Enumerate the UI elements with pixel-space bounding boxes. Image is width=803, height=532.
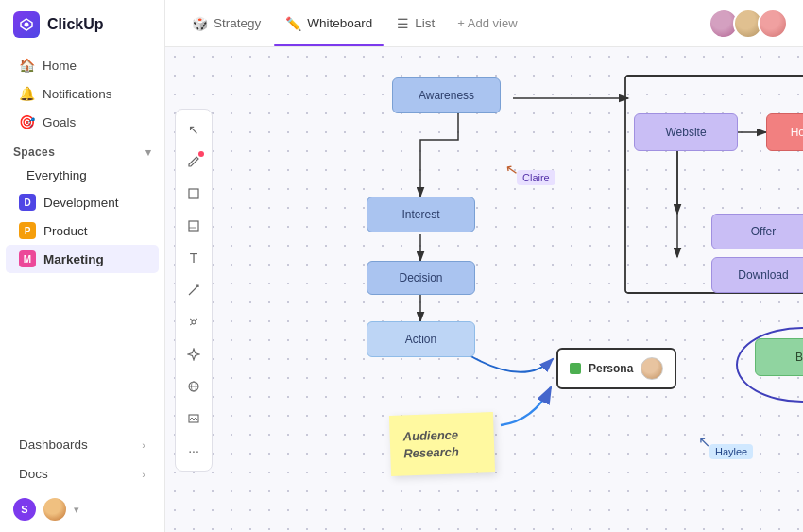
- node-persona[interactable]: Persona: [556, 348, 676, 389]
- canvas-toolbar: ↖ T: [175, 109, 213, 472]
- svg-line-5: [190, 319, 193, 321]
- image-tool-button[interactable]: [179, 404, 208, 433]
- svg-rect-2: [189, 221, 198, 231]
- globe-tool-button[interactable]: [179, 372, 208, 401]
- sidebar-item-dashboards[interactable]: Dashboards ›: [6, 430, 159, 459]
- svg-point-4: [192, 320, 196, 324]
- everything-label: Everything: [26, 168, 87, 182]
- whiteboard-tab-label: Whiteboard: [307, 16, 372, 30]
- spaces-label: Spaces: [13, 146, 55, 159]
- development-label: Development: [43, 196, 119, 210]
- node-awareness[interactable]: Awareness: [392, 77, 501, 113]
- sidebar-item-development[interactable]: D Development: [6, 188, 159, 216]
- sticky-note-audience[interactable]: AudienceResearch: [389, 412, 495, 476]
- cursor-claire-pointer: ↖: [504, 160, 519, 180]
- collaborator-avatars: [709, 9, 788, 39]
- svg-line-7: [190, 323, 193, 325]
- sidebar-item-notifications[interactable]: 🔔 Notifications: [6, 79, 159, 108]
- node-action[interactable]: Action: [367, 321, 475, 357]
- cursor-claire: Claire: [517, 170, 555, 185]
- sidebar-item-goals-label: Goals: [43, 115, 76, 129]
- node-download[interactable]: Download: [711, 257, 803, 293]
- pen-tool-button[interactable]: [179, 147, 208, 176]
- node-interest[interactable]: Interest: [367, 197, 475, 232]
- sidebar-bottom: Dashboards › Docs › S ▾: [0, 430, 164, 521]
- add-view-label: + Add view: [457, 16, 517, 30]
- whiteboard-icon: ✏️: [285, 16, 301, 31]
- sidebar-item-goals[interactable]: 🎯 Goals: [6, 108, 159, 136]
- app-logo-icon: [13, 11, 40, 38]
- tab-whiteboard[interactable]: ✏️ Whiteboard: [274, 9, 384, 39]
- cursor-haylee-pointer: ↖: [698, 433, 710, 451]
- list-tab-label: List: [415, 16, 435, 30]
- dashboards-label: Dashboards: [19, 438, 88, 452]
- bell-icon: 🔔: [19, 86, 34, 101]
- svg-line-6: [196, 319, 198, 321]
- sidebar-item-notifications-label: Notifications: [43, 87, 112, 101]
- select-tool-button[interactable]: ↖: [179, 115, 208, 144]
- cursor-haylee: Haylee: [709, 444, 753, 459]
- home-icon: 🏠: [19, 58, 34, 73]
- node-offer[interactable]: Offer: [711, 214, 803, 249]
- topbar: 🎲 Strategy ✏️ Whiteboard ☰ List + Add vi…: [165, 0, 803, 47]
- svg-rect-1: [189, 189, 198, 198]
- tab-list[interactable]: ☰ List: [385, 9, 446, 39]
- chevron-down-icon: ▾: [145, 146, 151, 159]
- tab-strategy[interactable]: 🎲 Strategy: [180, 9, 272, 39]
- text-tool-button[interactable]: T: [179, 244, 208, 272]
- main-area: 🎲 Strategy ✏️ Whiteboard ☰ List + Add vi…: [165, 0, 803, 532]
- node-website[interactable]: Website: [634, 113, 738, 151]
- collab-avatar-3: [758, 9, 788, 39]
- sidebar-item-everything[interactable]: Everything: [6, 163, 159, 188]
- user-avatar-photo: [43, 498, 66, 521]
- node-homepage[interactable]: Homepage: [766, 113, 803, 151]
- whiteboard-canvas[interactable]: ↖ T: [165, 47, 803, 532]
- user-menu-chevron: ▾: [74, 504, 79, 516]
- app-name: ClickUp: [47, 16, 104, 33]
- sidebar-item-home-label: Home: [43, 59, 77, 73]
- list-icon: ☰: [397, 16, 409, 31]
- goals-icon: 🎯: [19, 114, 34, 129]
- marketing-dot: M: [19, 250, 36, 267]
- user-avatar-s: S: [13, 498, 36, 521]
- persona-status-dot: [570, 363, 581, 374]
- sidebar-item-product[interactable]: P Product: [6, 216, 159, 245]
- connector-tool-button[interactable]: [179, 276, 208, 304]
- sidebar: ClickUp 🏠 Home 🔔 Notifications 🎯 Goals S…: [0, 0, 165, 532]
- node-blog[interactable]: Blog: [755, 338, 803, 376]
- logo-area: ClickUp: [0, 11, 164, 51]
- persona-avatar: [641, 357, 663, 380]
- ai-tool-button[interactable]: [179, 340, 208, 369]
- chevron-right-icon: ›: [142, 439, 145, 451]
- sidebar-item-home[interactable]: 🏠 Home: [6, 51, 159, 79]
- more-tools-button[interactable]: ···: [179, 437, 208, 465]
- chevron-right-icon-docs: ›: [142, 469, 145, 480]
- marketing-label: Marketing: [43, 252, 104, 266]
- product-label: Product: [43, 224, 88, 238]
- strategy-tab-label: Strategy: [214, 16, 261, 30]
- product-dot: P: [19, 222, 36, 239]
- sidebar-item-marketing[interactable]: M Marketing: [6, 245, 159, 273]
- strategy-icon: 🎲: [192, 16, 208, 31]
- spaces-section-header: Spaces ▾: [0, 136, 164, 163]
- sidebar-item-docs[interactable]: Docs ›: [6, 459, 159, 489]
- add-view-button[interactable]: + Add view: [448, 10, 526, 36]
- user-area[interactable]: S ▾: [0, 489, 164, 521]
- docs-label: Docs: [19, 467, 48, 481]
- development-dot: D: [19, 194, 36, 211]
- svg-point-0: [25, 23, 29, 27]
- node-decision[interactable]: Decision: [367, 261, 475, 295]
- sticky-tool-button[interactable]: [179, 212, 208, 240]
- shape-tool-button[interactable]: [179, 180, 208, 208]
- mindmap-tool-button[interactable]: [179, 308, 208, 336]
